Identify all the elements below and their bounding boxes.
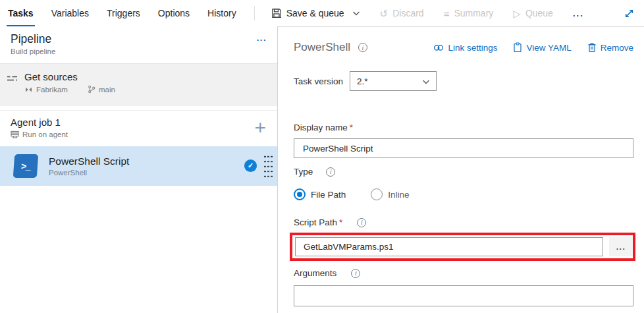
- queue-button[interactable]: ▷ Queue: [513, 8, 553, 18]
- panel-title: PowerShell: [294, 41, 350, 54]
- info-icon[interactable]: i: [357, 218, 366, 227]
- remove-link[interactable]: Remove: [587, 42, 633, 53]
- summary-button[interactable]: ≡ Summary: [444, 8, 494, 18]
- get-sources-item[interactable]: Get sources Fabrikam mai: [0, 64, 277, 106]
- radio-inline[interactable]: Inline: [371, 188, 409, 200]
- task-subtitle: PowerShell: [49, 169, 129, 177]
- radio-file-path-label: File Path: [311, 190, 346, 200]
- task-enabled-check-icon[interactable]: ✓: [244, 159, 257, 172]
- tab-label: Tasks: [8, 8, 34, 18]
- info-icon[interactable]: i: [351, 269, 360, 278]
- pipeline-more-button[interactable]: ...: [257, 33, 267, 43]
- agent-job-title: Agent job 1: [11, 117, 267, 128]
- task-version-value: 2.*: [357, 76, 368, 86]
- display-name-label: Display name: [294, 123, 348, 132]
- save-and-queue-button[interactable]: Save & queue: [271, 8, 360, 18]
- tab-variables[interactable]: Variables: [51, 0, 89, 26]
- pipeline-subtitle: Build pipeline: [11, 47, 267, 55]
- task-settings-panel: PowerShell i Link settings V: [278, 26, 644, 313]
- list-icon: ≡: [444, 9, 450, 18]
- save-icon: [271, 8, 282, 18]
- pipeline-tree-panel: Pipeline Build pipeline ... Get sources …: [0, 26, 278, 313]
- script-path-highlight: ...: [290, 233, 635, 261]
- type-label: Type: [294, 167, 313, 177]
- tab-label: Variables: [51, 8, 89, 18]
- sources-icon: [7, 74, 18, 106]
- tab-label: History: [207, 8, 236, 18]
- link-settings-link[interactable]: Link settings: [433, 43, 497, 53]
- radio-file-path[interactable]: File Path: [294, 188, 346, 200]
- queue-label: Queue: [525, 8, 553, 18]
- undo-icon: ↺: [380, 9, 389, 18]
- summary-label: Summary: [454, 8, 493, 18]
- powershell-icon: >_: [13, 154, 39, 178]
- repo-label: Fabrikam: [36, 86, 68, 94]
- agent-subtitle: Run on agent: [22, 130, 68, 138]
- drag-handle[interactable]: [263, 154, 273, 179]
- discard-label: Discard: [392, 8, 423, 18]
- expand-icon[interactable]: [624, 8, 635, 19]
- agent-icon: [11, 130, 19, 138]
- task-version-select[interactable]: 2.*: [350, 71, 437, 91]
- save-and-queue-label: Save & queue: [286, 8, 344, 18]
- add-task-button[interactable]: +: [254, 118, 266, 138]
- tab-label: Triggers: [107, 8, 140, 18]
- info-icon[interactable]: i: [326, 167, 335, 177]
- branch-icon: [88, 85, 95, 94]
- get-sources-title: Get sources: [24, 71, 115, 82]
- clipboard-icon: [513, 42, 522, 53]
- trash-icon: [587, 42, 597, 53]
- browse-button[interactable]: ...: [609, 237, 633, 256]
- task-version-label: Task version: [294, 76, 343, 86]
- display-name-input[interactable]: [294, 138, 633, 158]
- discard-button[interactable]: ↺ Discard: [380, 8, 424, 18]
- arguments-input[interactable]: [294, 285, 633, 306]
- radio-unselected-icon: [371, 188, 383, 200]
- repo-icon: [24, 86, 33, 94]
- arguments-label: Arguments: [294, 268, 336, 278]
- link-icon: [433, 43, 444, 52]
- radio-inline-label: Inline: [388, 190, 409, 200]
- toolbar-divider: [254, 6, 255, 20]
- agent-meta: Run on agent: [11, 130, 68, 138]
- branch-label: main: [99, 86, 115, 94]
- task-title: PowerShell Script: [49, 156, 129, 167]
- view-yaml-label: View YAML: [526, 43, 571, 53]
- chevron-down-icon: [422, 79, 430, 85]
- task-row-powershell[interactable]: >_ PowerShell Script PowerShell ✓: [0, 146, 277, 186]
- branch-name: main: [88, 85, 115, 94]
- pipeline-title: Pipeline: [11, 32, 267, 46]
- link-settings-label: Link settings: [448, 43, 497, 53]
- view-yaml-link[interactable]: View YAML: [513, 42, 571, 53]
- script-path-input[interactable]: [295, 237, 603, 256]
- agent-job-item[interactable]: Agent job 1 Run on agent +: [0, 110, 277, 146]
- required-asterisk: *: [339, 217, 342, 227]
- tab-triggers[interactable]: Triggers: [107, 0, 140, 26]
- script-path-label: Script Path: [294, 217, 337, 227]
- tab-tasks[interactable]: Tasks: [8, 0, 34, 26]
- chevron-down-icon[interactable]: [352, 11, 360, 16]
- required-asterisk: *: [350, 123, 353, 132]
- tab-options[interactable]: Options: [158, 0, 190, 26]
- play-icon: ▷: [513, 9, 521, 18]
- top-toolbar: Tasks Variables Triggers Options History…: [0, 0, 644, 26]
- info-icon[interactable]: i: [358, 43, 367, 52]
- tab-history[interactable]: History: [207, 0, 236, 26]
- toolbar-more-button[interactable]: ...: [573, 9, 584, 18]
- radio-selected-icon: [294, 188, 306, 200]
- remove-label: Remove: [601, 43, 633, 53]
- pipeline-header[interactable]: Pipeline Build pipeline ...: [0, 26, 277, 64]
- tab-label: Options: [158, 8, 190, 18]
- repo-name: Fabrikam: [24, 86, 68, 94]
